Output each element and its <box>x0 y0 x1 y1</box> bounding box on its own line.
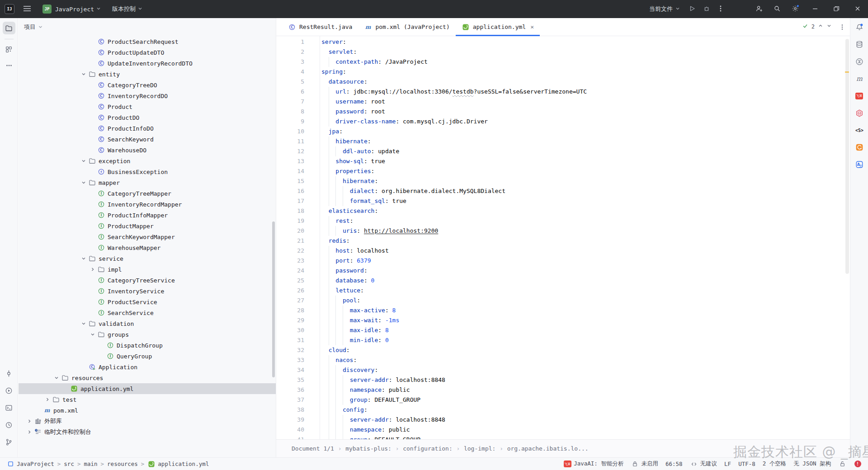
tree-item-pom.xml[interactable]: mpom.xml <box>19 405 276 416</box>
breadcrumb-item[interactable]: configuration: <box>403 445 453 452</box>
tree-item-WarehouseMapper[interactable]: IWarehouseMapper <box>19 242 276 253</box>
tree-item-UpdateInventoryRecordDTO[interactable]: CUpdateInventoryRecordDTO <box>19 58 276 69</box>
tree-item-SearchKeywordMapper[interactable]: ISearchKeywordMapper <box>19 231 276 242</box>
vcs-widget[interactable]: 版本控制 <box>112 5 143 13</box>
tree-item-ProductUpdateDTO[interactable]: CProductUpdateDTO <box>19 47 276 58</box>
database-tool-button[interactable] <box>855 40 864 49</box>
chevron-collapsed-icon[interactable] <box>43 396 52 403</box>
main-menu-button[interactable] <box>18 0 36 18</box>
chevron-expanded-icon[interactable] <box>79 70 88 78</box>
tree-item-ProductInfoDO[interactable]: CProductInfoDO <box>19 123 276 134</box>
tree-item-WarehouseDO[interactable]: CWarehouseDO <box>19 145 276 155</box>
search-everywhere-button[interactable] <box>768 0 786 18</box>
tree-item-application.yml[interactable]: application.yml <box>19 383 276 394</box>
history-tool-button[interactable] <box>5 420 14 429</box>
code-with-me-button[interactable] <box>750 0 768 18</box>
breadcrumb-item[interactable]: mybatis-plus: <box>345 445 392 452</box>
chevron-expanded-icon[interactable] <box>88 331 97 338</box>
tree-item-service[interactable]: service <box>19 253 276 264</box>
warning-stripe-mark[interactable] <box>845 71 849 73</box>
tab-options-button[interactable] <box>839 18 845 36</box>
tree-item-InventoryRecordMapper[interactable]: IInventoryRecordMapper <box>19 199 276 210</box>
json-schema[interactable]: 无 JSON 架构 <box>793 460 831 468</box>
code-editor[interactable]: 1server:2 servlet:3 context-path: /JavaP… <box>276 36 850 439</box>
tree-item-外部库[interactable]: 外部库 <box>19 416 276 427</box>
tree-item-resources[interactable]: resources <box>19 372 276 383</box>
status-path-application.yml[interactable]: application.yml <box>147 461 209 468</box>
tab-RestResult.java[interactable]: CRestResult.java <box>282 18 358 36</box>
services-tool-button[interactable] <box>5 386 14 395</box>
plugin-knot-button[interactable] <box>855 57 864 66</box>
file-encoding[interactable]: UTF-8 <box>738 461 755 467</box>
tab-application.yml[interactable]: application.yml× <box>456 18 540 36</box>
tree-item-ProductSearchRequest[interactable]: CProductSearchRequest <box>19 36 276 47</box>
tree-item-entity[interactable]: entity <box>19 69 276 80</box>
chevron-expanded-icon[interactable] <box>79 157 88 164</box>
chevron-expanded-icon[interactable] <box>79 255 88 262</box>
suggestions-status[interactable]: 无建议 <box>690 460 717 468</box>
javaai-status[interactable]: 飞算JavaAI: 智能分析 <box>563 460 623 468</box>
chevron-collapsed-icon[interactable] <box>25 418 34 425</box>
tree-item-groups[interactable]: groups <box>19 329 276 340</box>
commit-tool-button[interactable] <box>5 369 14 378</box>
caret-position[interactable]: 66:58 <box>665 461 683 467</box>
tree-item-SearchKeyword[interactable]: CSearchKeyword <box>19 134 276 145</box>
tree-item-CategoryTreeDO[interactable]: CCategoryTreeDO <box>19 80 276 90</box>
chevron-collapsed-icon[interactable] <box>25 428 34 436</box>
chevron-expanded-icon[interactable] <box>52 374 61 381</box>
project-scrollbar[interactable] <box>272 221 275 377</box>
tree-item-BusinessException[interactable]: BusinessException <box>19 166 276 177</box>
inspection-widget[interactable]: 2 <box>800 22 834 31</box>
tree-item-exception[interactable]: exception <box>19 155 276 166</box>
terminal-tool-button[interactable] <box>5 403 14 412</box>
tree-item-SearchService[interactable]: ISearchService <box>19 307 276 318</box>
chevron-expanded-icon[interactable] <box>79 320 88 327</box>
tab-close-icon[interactable]: × <box>530 24 534 30</box>
minimize-button[interactable] <box>804 0 826 18</box>
prev-problem-icon[interactable] <box>818 23 823 30</box>
plugin-orange-button[interactable] <box>855 143 864 152</box>
git-tool-button[interactable] <box>5 437 14 446</box>
chevron-expanded-icon[interactable] <box>79 179 88 186</box>
tree-item-CategoryTreeMapper[interactable]: ICategoryTreeMapper <box>19 188 276 199</box>
javaai-plugin-button[interactable]: 飞算 <box>855 91 864 100</box>
status-path-JavaProject[interactable]: JavaProject <box>6 461 54 468</box>
tree-item-ProductInfoMapper[interactable]: IProductInfoMapper <box>19 210 276 221</box>
next-problem-icon[interactable] <box>826 23 832 30</box>
editor-scrollbar[interactable] <box>845 39 849 274</box>
tree-item-DispatchGroup[interactable]: IDispatchGroup <box>19 340 276 351</box>
project-tool-button[interactable] <box>3 22 15 34</box>
readonly-toggle[interactable] <box>838 461 846 468</box>
tree-item-QueryGroup[interactable]: IQueryGroup <box>19 351 276 362</box>
project-widget[interactable]: JavaProject <box>55 6 101 13</box>
status-path-resources[interactable]: resources <box>107 461 138 467</box>
more-actions-button[interactable] <box>714 0 727 18</box>
tab-pom.xml (JavaProject)[interactable]: mpom.xml (JavaProject) <box>358 18 455 36</box>
plugin-hexagon-button[interactable] <box>855 108 864 118</box>
chevron-collapsed-icon[interactable] <box>88 266 97 273</box>
run-configuration-selector[interactable]: 当前文件 <box>649 5 680 13</box>
tree-item-test[interactable]: test <box>19 394 276 405</box>
close-button[interactable] <box>847 0 868 18</box>
structure-tool-button[interactable] <box>3 43 15 56</box>
indent-setting[interactable]: 2 个空格 <box>763 460 787 468</box>
tree-item-mapper[interactable]: mapper <box>19 177 276 188</box>
tree-item-InventoryRecordDO[interactable]: CInventoryRecordDO <box>19 90 276 101</box>
tree-item-CategoryTreeService[interactable]: ICategoryTreeService <box>19 275 276 286</box>
notifications-bell-button[interactable] <box>855 23 864 32</box>
restore-button[interactable] <box>826 0 847 18</box>
debug-button[interactable] <box>699 0 714 18</box>
tree-item-Product[interactable]: CProduct <box>19 101 276 112</box>
line-separator[interactable]: LF <box>724 461 731 467</box>
run-button[interactable] <box>685 0 699 18</box>
status-path-src[interactable]: src <box>64 461 74 467</box>
tree-item-临时文件和控制台[interactable]: 临时文件和控制台 <box>19 427 276 437</box>
breadcrumb-item[interactable]: log-impl: <box>464 445 495 452</box>
tree-item-Application[interactable]: CApplication <box>19 362 276 372</box>
error-notification[interactable]: ! <box>854 461 862 468</box>
codegeex-plugin-button[interactable]: <S> <box>855 126 864 135</box>
tree-item-InventoryService[interactable]: IInventoryService <box>19 286 276 296</box>
tree-item-impl[interactable]: impl <box>19 264 276 275</box>
status-path-main[interactable]: main <box>84 461 97 467</box>
translate-plugin-button[interactable]: A文 <box>855 160 864 169</box>
